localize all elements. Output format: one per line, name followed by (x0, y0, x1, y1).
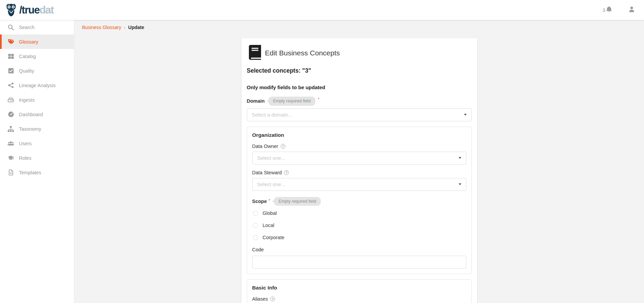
sidebar-item-label: Quality (19, 68, 34, 74)
code-label: Code (252, 247, 264, 252)
domain-label: Domain (247, 98, 265, 104)
scope-required-asterisk: * (268, 198, 270, 203)
scope-option-local[interactable]: Local (253, 223, 466, 228)
grid-icon (7, 53, 14, 60)
sidebar-item-quality[interactable]: Quality (0, 64, 74, 78)
sidebar-item-label: Ingests (19, 97, 35, 103)
code-field: Code (252, 247, 466, 269)
help-icon[interactable]: ? (284, 170, 289, 175)
search-icon (7, 24, 14, 31)
topbar: /truedat 3 (0, 0, 644, 20)
sitemap-icon (7, 126, 14, 132)
selected-concepts-heading: Selected concepts: "3" (247, 67, 472, 74)
sidebar-item-label: Catalog (19, 54, 36, 59)
breadcrumb-current: Update (128, 25, 144, 30)
breadcrumb: Business Glossary›Update (82, 25, 644, 31)
sidebar-item-search[interactable]: Search (0, 20, 74, 34)
topbar-actions: 3 (602, 6, 637, 14)
scope-option-global[interactable]: Global (253, 210, 466, 216)
scope-empty-required-badge: Empty required field (274, 197, 321, 206)
radio-label: Local (263, 223, 275, 228)
basic-info-section: Basic Info Aliases ? Select one... GDPR … (247, 279, 472, 303)
sidebar-item-taxonomy[interactable]: Taxonomy (0, 122, 74, 136)
caret-down-icon (464, 114, 467, 116)
gauge-icon (7, 111, 14, 118)
sidebar-item-templates[interactable]: Templates (0, 165, 74, 180)
sidebar-item-glossary[interactable]: Glossary (0, 34, 74, 49)
sidebar-item-label: Users (19, 141, 32, 146)
domain-select[interactable]: Select a domain... (247, 108, 472, 121)
brand-name-primary: /true (19, 4, 40, 16)
domain-empty-required-badge: Empty required field (268, 97, 315, 106)
sidebar-item-label: Lineage Analysis (19, 83, 56, 88)
basic-info-section-title: Basic Info (252, 285, 466, 291)
sidebar-item-label: Templates (19, 170, 41, 175)
users-icon (7, 140, 14, 147)
scope-label-row: Scope * Empty required field (252, 197, 466, 206)
page-title: Edit Business Concepts (265, 49, 340, 57)
sidebar-item-roles[interactable]: Roles (0, 151, 74, 165)
notification-count-badge: 3 (602, 7, 605, 13)
data-steward-label: Data Steward (252, 170, 282, 175)
sidebar-item-label: Roles (19, 155, 31, 161)
data-owner-select[interactable]: Select one... (252, 152, 466, 165)
edit-concepts-card: Edit Business Concepts Selected concepts… (241, 38, 477, 303)
sidebar-item-label: Search (19, 25, 34, 30)
data-owner-label: Data Owner (252, 144, 278, 149)
truedat-logo[interactable]: /truedat (5, 2, 54, 18)
drive-icon (7, 97, 14, 103)
aliases-label: Aliases (252, 296, 268, 302)
radio-button-corporate[interactable] (253, 235, 258, 240)
organization-section: Organization Data Owner ? Select one... … (247, 127, 472, 274)
main-content: Business Glossary›Update Edit Business C… (74, 20, 644, 303)
radio-label: Global (263, 210, 277, 216)
domain-select-placeholder: Select a domain... (252, 112, 292, 118)
help-icon[interactable]: ? (281, 144, 285, 149)
caret-down-icon (459, 157, 461, 159)
notifications-button[interactable]: 3 (602, 6, 613, 14)
radio-button-global[interactable] (253, 211, 258, 216)
aliases-field: Aliases ? Select one... (252, 296, 466, 303)
tags-icon (7, 39, 14, 45)
scope-label: Scope (252, 199, 267, 204)
code-input[interactable] (252, 256, 466, 269)
breadcrumb-link-business-glossary[interactable]: Business Glossary (82, 25, 121, 30)
file-code-icon (7, 169, 14, 176)
caret-down-icon (459, 183, 461, 185)
instruction-text: Only modify fields to be updated (247, 84, 472, 90)
user-menu-button[interactable] (628, 6, 635, 14)
owl-logo-icon (5, 2, 18, 18)
data-steward-select[interactable]: Select one... (252, 178, 466, 191)
domain-required-asterisk: * (318, 97, 319, 102)
user-icon (628, 6, 635, 13)
sidebar-item-label: Dashboard (19, 112, 43, 117)
bell-icon (606, 6, 613, 14)
sidebar-item-dashboard[interactable]: Dashboard (0, 107, 74, 122)
data-owner-field: Data Owner ? Select one... (252, 144, 466, 165)
sidebar-item-lineage[interactable]: Lineage Analysis (0, 78, 74, 93)
data-steward-field: Data Steward ? Select one... (252, 170, 466, 191)
scope-option-corporate[interactable]: Corporate (253, 235, 466, 240)
help-icon[interactable]: ? (270, 297, 275, 301)
brand-name-secondary: dat (40, 4, 54, 16)
graduation-cap-icon (7, 155, 14, 161)
sidebar-item-catalog[interactable]: Catalog (0, 49, 74, 64)
data-owner-select-placeholder: Select one... (257, 155, 285, 161)
card-header: Edit Business Concepts (247, 44, 472, 65)
brand-name: /truedat (19, 5, 54, 15)
sidebar-item-users[interactable]: Users (0, 136, 74, 151)
book-icon (249, 45, 261, 61)
check-square-icon (7, 68, 14, 74)
sidebar-item-label: Glossary (19, 39, 38, 45)
radio-label: Corporate (263, 235, 284, 240)
sidebar: Search Glossary Catalog (0, 20, 74, 303)
sidebar-item-ingests[interactable]: Ingests (0, 93, 74, 107)
share-network-icon (7, 82, 14, 89)
data-steward-select-placeholder: Select one... (257, 181, 285, 187)
organization-section-title: Organization (252, 132, 466, 138)
domain-label-row: Domain Empty required field * (247, 97, 472, 106)
sidebar-item-label: Taxonomy (19, 126, 41, 132)
breadcrumb-separator: › (124, 25, 126, 30)
radio-button-local[interactable] (253, 223, 258, 228)
